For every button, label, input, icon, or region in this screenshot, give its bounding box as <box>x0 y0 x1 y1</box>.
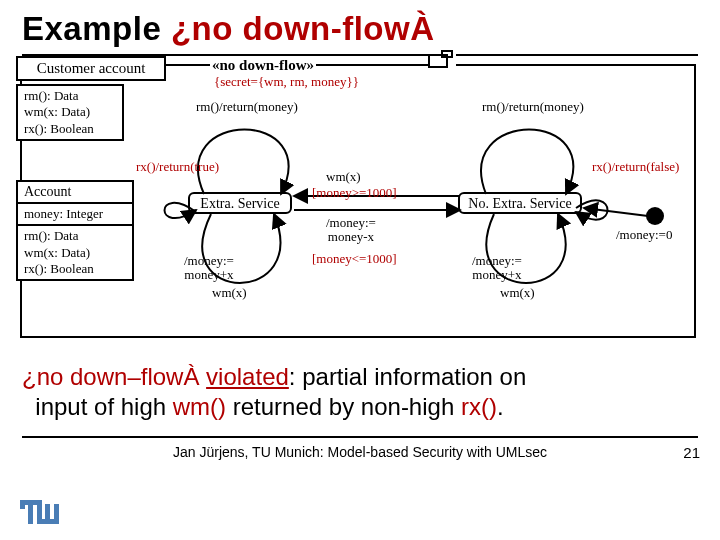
title-red: ¿no down-flowÀ <box>171 10 435 47</box>
trans-rm-right: rm()/return(money) <box>482 100 584 114</box>
op: rm(): Data <box>24 88 116 104</box>
uml-diagram: Customer account «no down-flow» {secret=… <box>16 60 696 350</box>
caption-p2a: input of high <box>35 393 172 420</box>
trans-rx-false: rx()/return(false) <box>592 160 679 174</box>
op: rm(): Data <box>24 228 126 244</box>
caption-rx: rx() <box>461 393 497 420</box>
caption-p2c: returned by non-high <box>226 393 461 420</box>
guard-ge: [money>=1000] <box>312 186 397 200</box>
class-customer-name: Customer account <box>16 56 166 81</box>
caption-violated: violated <box>206 363 289 390</box>
package-tab-icon <box>428 54 456 70</box>
svg-rect-4 <box>28 500 33 524</box>
state-extra-service: Extra. Service <box>188 192 292 214</box>
page-number: 21 <box>683 444 700 461</box>
svg-rect-7 <box>45 504 50 524</box>
class-account: Account money: Integer rm(): Data wm(x: … <box>16 180 134 281</box>
caption-wm: wm() <box>173 393 226 420</box>
svg-rect-8 <box>54 504 59 524</box>
title-plain: Example <box>22 10 171 47</box>
class-label: Customer account <box>18 58 164 79</box>
footer-text: Jan Jürjens, TU Munich: Model-based Secu… <box>173 444 547 460</box>
rule-bottom <box>22 436 698 438</box>
guard-le: [money<=1000] <box>312 252 397 266</box>
tagged-value: {secret={wm, rm, money}} <box>212 74 361 90</box>
slide-title: Example ¿no down-flowÀ <box>22 10 698 48</box>
trans-wmx-right: wm(x) <box>500 286 535 300</box>
op: wm(x: Data) <box>24 245 126 261</box>
trans-init: /money:=0 <box>616 228 672 242</box>
trans-rm-left: rm()/return(money) <box>196 100 298 114</box>
eff-mid: /money:= money-x <box>326 216 376 245</box>
class-label: Account <box>18 182 132 204</box>
tum-logo-icon <box>20 500 60 528</box>
op: rx(): Boolean <box>24 121 116 137</box>
caption-p2e: . <box>497 393 504 420</box>
trans-wmx-top: wm(x) <box>326 170 361 184</box>
stereotype-label: «no down-flow» <box>210 57 316 74</box>
op: wm(x: Data) <box>24 104 116 120</box>
eff-right: /money:= money+x <box>472 254 522 283</box>
eff-left: /money:= money+x <box>184 254 234 283</box>
caption-p1c: : partial information on <box>289 363 526 390</box>
initial-state-icon <box>646 207 664 225</box>
op: rx(): Boolean <box>24 261 126 277</box>
trans-wmx-left: wm(x) <box>212 286 247 300</box>
caption-red1: ¿no down–flowÀ <box>22 363 206 390</box>
trans-rx-true: rx()/return(true) <box>136 160 219 174</box>
attr: money: Integer <box>24 206 126 222</box>
class-customer-ops: rm(): Data wm(x: Data) rx(): Boolean <box>16 84 124 141</box>
footer: Jan Jürjens, TU Munich: Model-based Secu… <box>22 444 698 460</box>
caption: ¿no down–flowÀ violated: partial informa… <box>22 362 698 422</box>
state-no-extra-service: No. Extra. Service <box>458 192 582 214</box>
